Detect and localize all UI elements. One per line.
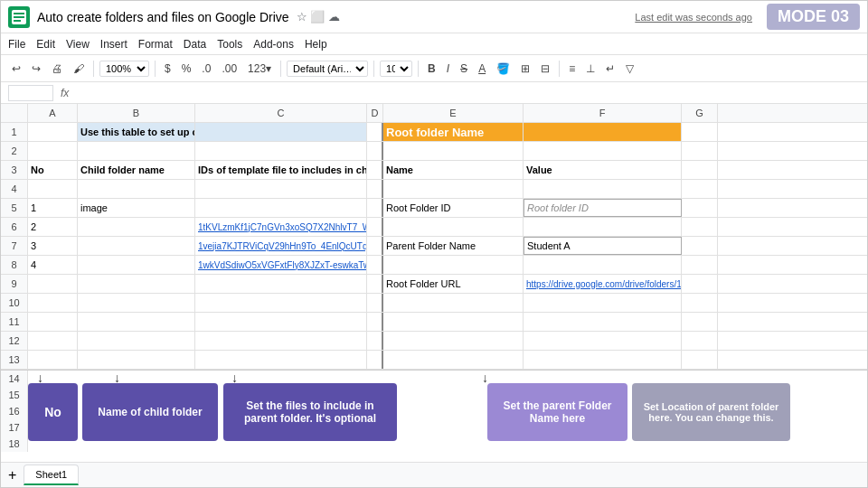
cell-E7[interactable]: Parent Folder Name <box>383 237 524 255</box>
cell-E11[interactable] <box>383 313 524 331</box>
cell-D5[interactable] <box>367 199 383 217</box>
cell-C3[interactable]: IDs of template file to includes in chil… <box>195 161 367 179</box>
font-size-select[interactable]: 10 <box>380 61 412 77</box>
cell-E2[interactable] <box>383 142 524 160</box>
cell-D9[interactable] <box>367 275 383 293</box>
cell-F9[interactable]: https://drive.google.com/drive/folders/1… <box>524 275 682 293</box>
cell-E10[interactable] <box>383 294 524 312</box>
more-button[interactable]: ▽ <box>622 61 637 77</box>
cell-A7[interactable]: 3 <box>28 237 78 255</box>
paint-format-button[interactable]: 🖌 <box>70 61 88 77</box>
cell-A11[interactable] <box>28 313 78 331</box>
cell-D7[interactable] <box>367 237 383 255</box>
cell-F1[interactable] <box>524 123 682 141</box>
cell-G1[interactable] <box>682 123 718 141</box>
menu-file[interactable]: File <box>8 38 25 51</box>
col-header-B[interactable]: B <box>78 104 195 122</box>
decimal-inc-button[interactable]: .00 <box>218 61 241 77</box>
cell-D4[interactable] <box>367 180 383 198</box>
cell-G13[interactable] <box>682 351 718 369</box>
cell-G3[interactable] <box>682 161 718 179</box>
last-edit[interactable]: Last edit was seconds ago <box>635 12 752 23</box>
cell-F7[interactable]: Student A <box>524 237 682 255</box>
cell-C13[interactable] <box>195 351 367 369</box>
cell-B13[interactable] <box>78 351 195 369</box>
underline-button[interactable]: A <box>475 61 489 77</box>
strikethrough-button[interactable]: S <box>457 61 471 77</box>
cell-C10[interactable] <box>195 294 367 312</box>
cell-D8[interactable] <box>367 256 383 274</box>
cell-A1[interactable] <box>28 123 78 141</box>
cell-E13[interactable] <box>383 351 524 369</box>
cell-G12[interactable] <box>682 332 718 350</box>
cell-B1[interactable]: Use this table to set up childern folder… <box>78 123 195 141</box>
borders-button[interactable]: ⊞ <box>517 61 533 77</box>
cell-B8[interactable] <box>78 256 195 274</box>
cell-G11[interactable] <box>682 313 718 331</box>
menu-format[interactable]: Format <box>138 38 173 51</box>
cell-A12[interactable] <box>28 332 78 350</box>
cell-C8[interactable]: 1wkVdSdiwO5xVGFxtFly8XJZxT-eswkaTwbEB-… <box>195 256 367 274</box>
col-header-A[interactable]: A <box>28 104 78 122</box>
cell-A3[interactable]: No <box>28 161 78 179</box>
italic-button[interactable]: I <box>443 61 453 77</box>
format-123-button[interactable]: 123▾ <box>244 61 275 77</box>
cell-G10[interactable] <box>682 294 718 312</box>
percent-button[interactable]: % <box>178 61 195 77</box>
col-header-C[interactable]: C <box>195 104 367 122</box>
currency-button[interactable]: $ <box>161 61 175 77</box>
cell-C5[interactable] <box>195 199 367 217</box>
cell-E5[interactable]: Root Folder ID <box>383 199 524 217</box>
cell-E9[interactable]: Root Folder URL <box>383 275 524 293</box>
cell-E4[interactable] <box>383 180 524 198</box>
cell-F4[interactable] <box>524 180 682 198</box>
formula-input[interactable] <box>76 87 860 99</box>
menu-addons[interactable]: Add-ons <box>253 38 294 51</box>
cell-A4[interactable] <box>28 180 78 198</box>
bold-button[interactable]: B <box>424 61 439 77</box>
cell-C12[interactable] <box>195 332 367 350</box>
cell-B10[interactable] <box>78 294 195 312</box>
col-header-E[interactable]: E <box>383 104 524 122</box>
text-wrap-button[interactable]: ↵ <box>602 61 618 77</box>
cell-D6[interactable] <box>367 218 383 236</box>
cell-D13[interactable] <box>367 351 383 369</box>
menu-insert[interactable]: Insert <box>100 38 127 51</box>
cell-D11[interactable] <box>367 313 383 331</box>
cell-B12[interactable] <box>78 332 195 350</box>
cell-F3[interactable]: Value <box>524 161 682 179</box>
undo-button[interactable]: ↩ <box>8 61 24 77</box>
cell-F8[interactable] <box>524 256 682 274</box>
cell-D2[interactable] <box>367 142 383 160</box>
cell-F11[interactable] <box>524 313 682 331</box>
halign-button[interactable]: ≡ <box>565 61 579 77</box>
merge-button[interactable]: ⊟ <box>537 61 553 77</box>
cell-C6[interactable]: 1tKVLzmKf1jC7nGVn3xoSQ7X2NhlvT7_WE03o… <box>195 218 367 236</box>
cell-G4[interactable] <box>682 180 718 198</box>
cell-F5[interactable]: Root folder ID <box>524 199 682 217</box>
cell-F12[interactable] <box>524 332 682 350</box>
col-header-D[interactable]: D <box>367 104 383 122</box>
cell-F6[interactable] <box>524 218 682 236</box>
cell-A2[interactable] <box>28 142 78 160</box>
cell-F10[interactable] <box>524 294 682 312</box>
cell-A5[interactable]: 1 <box>28 199 78 217</box>
cell-E12[interactable] <box>383 332 524 350</box>
cell-G5[interactable] <box>682 199 718 217</box>
cell-E3[interactable]: Name <box>383 161 524 179</box>
cell-D3[interactable] <box>367 161 383 179</box>
cell-C7[interactable]: 1vejia7KJTRViCqV29hHn9To_4EnlQcUTqlmpEq… <box>195 237 367 255</box>
zoom-select[interactable]: 100% <box>99 61 149 77</box>
cell-G7[interactable] <box>682 237 718 255</box>
cell-A8[interactable]: 4 <box>28 256 78 274</box>
cell-E8[interactable] <box>383 256 524 274</box>
menu-edit[interactable]: Edit <box>36 38 55 51</box>
cell-F2[interactable] <box>524 142 682 160</box>
cell-B3[interactable]: Child folder name <box>78 161 195 179</box>
print-button[interactable]: 🖨 <box>48 61 66 77</box>
cell-B9[interactable] <box>78 275 195 293</box>
col-header-G[interactable]: G <box>682 104 718 122</box>
cell-G9[interactable] <box>682 275 718 293</box>
cell-G6[interactable] <box>682 218 718 236</box>
fill-color-button[interactable]: 🪣 <box>493 61 514 77</box>
